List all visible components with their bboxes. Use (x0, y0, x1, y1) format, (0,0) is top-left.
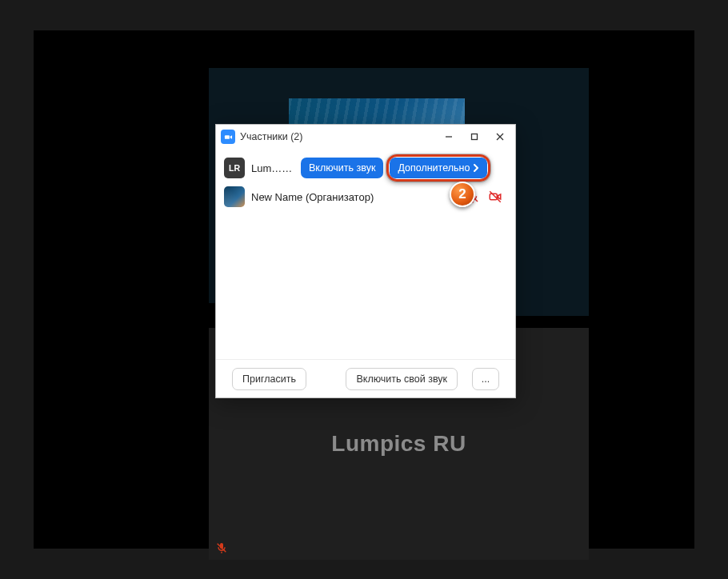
window-close-button[interactable] (490, 128, 510, 146)
step-callout-badge: 2 (450, 182, 475, 207)
window-title: Участники (2) (240, 131, 434, 142)
self-name-display: Lumpics RU (331, 431, 466, 457)
participant-name: New Name (Организатор) (251, 191, 459, 203)
avatar: LR (224, 158, 245, 178)
avatar (224, 186, 245, 207)
microphone-muted-icon (215, 541, 228, 554)
callout-number: 2 (458, 186, 466, 202)
avatar-initials: LR (229, 163, 240, 173)
participant-row-self[interactable]: LR Lum… (Я) Включить звук Дополнительно (222, 154, 509, 182)
window-maximize-button[interactable] (464, 128, 485, 146)
panel-footer: Пригласить Включить свой звук ... (216, 359, 515, 397)
invite-button[interactable]: Пригласить (232, 368, 306, 390)
camera-off-icon (488, 190, 502, 204)
enable-audio-button[interactable]: Включить звук (301, 158, 383, 178)
window-titlebar: Участники (2) (216, 125, 515, 149)
participant-name: Lum… (Я) (251, 162, 294, 174)
footer-more-button[interactable]: ... (472, 368, 499, 390)
window-minimize-button[interactable] (438, 128, 459, 146)
svg-line-9 (490, 191, 501, 202)
enable-self-audio-button[interactable]: Включить свой звук (346, 368, 458, 390)
participants-list: LR Lum… (Я) Включить звук Дополнительно … (216, 149, 515, 359)
svg-rect-4 (472, 134, 478, 140)
more-options-button[interactable]: Дополнительно (390, 158, 487, 178)
chevron-right-icon (473, 164, 479, 172)
callout-highlight: Дополнительно (390, 158, 487, 178)
svg-rect-2 (224, 135, 229, 139)
participants-panel: Участники (2) LR Lum… (Я) Включить звук … (215, 124, 516, 398)
zoom-app-icon (221, 130, 235, 144)
